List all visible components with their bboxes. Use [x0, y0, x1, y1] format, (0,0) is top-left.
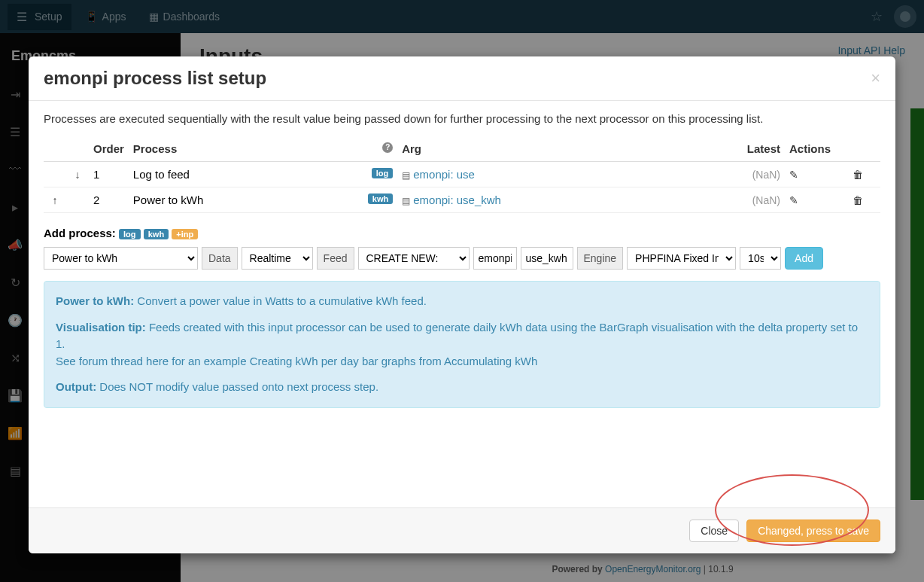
save-button[interactable]: Changed, press to save — [746, 520, 880, 542]
feed-icon: ▤ — [402, 170, 410, 181]
process-name: Power to kWh — [133, 193, 203, 206]
table-row: ↓ 1 Log to feed log ▤emonpi: use (NaN) ✎… — [44, 162, 880, 187]
add-process-form: Power to kWh Data Realtime Feed CREATE N… — [44, 247, 880, 270]
feed-label: Feed — [317, 247, 354, 270]
close-button[interactable]: Close — [689, 520, 739, 542]
process-badge: kwh — [368, 193, 393, 204]
move-down-icon[interactable]: ↓ — [66, 162, 89, 187]
col-latest: Latest — [676, 136, 785, 162]
edit-icon[interactable]: ✎ — [789, 169, 798, 181]
close-icon[interactable]: × — [871, 69, 880, 88]
process-list-modal: emonpi process list setup × Processes ar… — [29, 56, 895, 553]
forum-link[interactable]: Creating kWh per day bar graphs from Acc… — [250, 355, 538, 367]
process-badge: log — [372, 168, 394, 178]
badge-inp: +inp — [172, 229, 198, 239]
table-row: ↑ 2 Power to kWh kwh ▤emonpi: use_kwh (N… — [44, 187, 880, 213]
latest-value: (NaN) — [676, 162, 785, 187]
data-label: Data — [202, 247, 238, 270]
col-arg: Arg — [397, 136, 676, 162]
process-table: Order Process? Arg Latest Actions ↓ 1 Lo… — [44, 136, 880, 213]
order-cell: 2 — [89, 187, 129, 213]
feed-link[interactable]: emonpi: use_kwh — [413, 193, 501, 206]
order-cell: 1 — [89, 162, 129, 187]
add-button[interactable]: Add — [785, 247, 823, 270]
badge-log: log — [119, 229, 141, 239]
tag-input[interactable] — [473, 247, 517, 270]
badge-kwh: kwh — [144, 229, 169, 239]
delete-icon[interactable]: 🗑 — [853, 169, 863, 181]
add-process-label: Add process: — [44, 227, 116, 239]
feed-select[interactable]: CREATE NEW: — [358, 247, 470, 270]
delete-icon[interactable]: 🗑 — [853, 194, 863, 206]
feed-link[interactable]: emonpi: use — [413, 168, 475, 181]
help-icon[interactable]: ? — [382, 142, 393, 153]
modal-description: Processes are executed sequentially with… — [44, 112, 880, 125]
name-input[interactable] — [521, 247, 573, 270]
edit-icon[interactable]: ✎ — [789, 194, 798, 206]
col-order: Order — [89, 136, 129, 162]
col-process: Process? — [129, 136, 397, 162]
process-select[interactable]: Power to kWh — [44, 247, 198, 270]
feed-icon: ▤ — [402, 196, 410, 206]
move-up-icon[interactable]: ↑ — [44, 187, 66, 213]
col-actions: Actions — [785, 136, 835, 162]
info-box: Power to kWh: Convert a power value in W… — [44, 281, 880, 408]
engine-select[interactable]: PHPFINA Fixed Interval — [627, 247, 736, 270]
add-process-header: Add process: log kwh +inp — [44, 227, 880, 239]
latest-value: (NaN) — [676, 187, 785, 213]
modal-title: emonpi process list setup — [44, 68, 266, 89]
data-type-select[interactable]: Realtime — [242, 247, 313, 270]
engine-label: Engine — [577, 247, 624, 270]
process-name: Log to feed — [133, 168, 190, 181]
interval-select[interactable]: 10s — [740, 247, 781, 270]
